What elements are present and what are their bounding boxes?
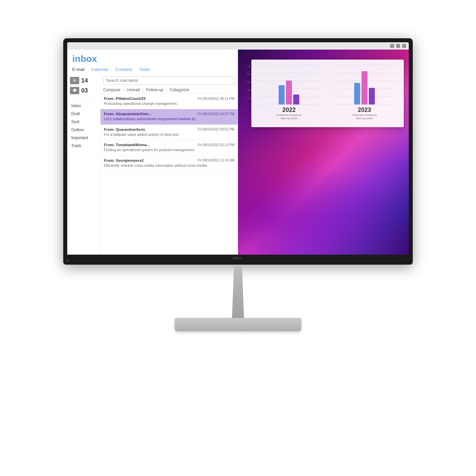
chart-section-2022: 10080604020 2022 Projected occupancyrate… — [256, 65, 322, 120]
message-count: 03 — [81, 87, 88, 94]
message-badge-row: 💬 03 — [70, 87, 98, 94]
sidebar-item-important[interactable]: Important — [70, 134, 98, 141]
sidebar: ✉ 14 💬 03 Inbox Draft Sent Outbox — [67, 74, 101, 261]
close-button[interactable]: × — [402, 44, 406, 48]
separator-3: | — [166, 88, 167, 92]
email-item[interactable]: From: PillaIooCouch23 Fri 09/14/2012 05:… — [101, 94, 238, 109]
chart-overlay: 10080604020 2022 Projected occupancyrate… — [251, 60, 404, 127]
chart-bar — [293, 95, 299, 105]
sidebar-item-outbox[interactable]: Outbox — [70, 126, 98, 133]
email-count: 14 — [81, 77, 88, 84]
email-item[interactable]: From: AbsquatulateOsm... Fri 09/14/2012 … — [101, 109, 238, 124]
title-bar: — □ × — [67, 42, 409, 50]
monitor-body: — □ × inbox E-mail Calendar Contacts Tas… — [63, 38, 413, 265]
chart-section-2023: 2023 Projected occupancyrates by sector — [332, 65, 397, 120]
maximize-button[interactable]: □ — [396, 44, 400, 48]
email-badge-row: ✉ 14 — [70, 77, 98, 84]
wallpaper-side: 10080604020 2022 Projected occupancyrate… — [238, 50, 409, 261]
email-list: From: PillaIooCouch23 Fri 09/14/2012 05:… — [101, 94, 238, 261]
chart-y-labels: 10080604020 — [247, 65, 252, 105]
app-title: inbox — [72, 54, 233, 64]
screen-content: inbox E-mail Calendar Contacts Tasks ✉ — [67, 50, 409, 261]
screen-bezel: — □ × inbox E-mail Calendar Contacts Tas… — [67, 42, 409, 261]
sidebar-item-sent[interactable]: Sent — [70, 119, 98, 125]
monitor: — □ × inbox E-mail Calendar Contacts Tas… — [55, 38, 421, 438]
chart-bar — [354, 83, 360, 105]
minimize-button[interactable]: — — [390, 44, 394, 48]
followup-button[interactable]: Follow-up — [146, 88, 163, 92]
message-icon: 💬 — [70, 87, 79, 94]
separator-2: | — [142, 88, 143, 92]
chart-desc: Projected occupancyrates by sector — [277, 114, 301, 120]
toolbar: Compose | Unread | Follow-up | Categoriz… — [101, 86, 238, 94]
email-body: ✉ 14 💬 03 Inbox Draft Sent Outbox — [67, 74, 238, 261]
unread-button[interactable]: Unread — [126, 88, 139, 92]
chart-bar — [361, 71, 367, 105]
chart-bar — [286, 81, 292, 105]
compose-button[interactable]: Compose — [103, 88, 120, 92]
categorize-button[interactable]: Categorize — [170, 88, 189, 92]
email-item[interactable]: From: Georgiemyers2 Fri 09/14/2012 11:41… — [101, 156, 238, 171]
chart-area: 10080604020 2022 Projected occupancyrate… — [256, 65, 397, 120]
sidebar-item-inbox[interactable]: Inbox — [70, 103, 98, 109]
email-item[interactable]: From: QuarantineXeric Fri 09/14/2012 03:… — [101, 125, 238, 140]
separator-1: | — [123, 88, 124, 92]
nav-calendar[interactable]: Calendar — [91, 67, 109, 72]
sidebar-divider — [70, 99, 98, 99]
nav-tasks[interactable]: Tasks — [139, 67, 150, 72]
search-input[interactable] — [103, 76, 235, 85]
bottom-bezel: DELL — [67, 255, 409, 261]
chart-bar — [279, 85, 285, 105]
nav-email[interactable]: E-mail — [72, 67, 85, 72]
email-nav: E-mail Calendar Contacts Tasks — [72, 67, 233, 72]
chart-bar — [369, 88, 375, 105]
monitor-stand-base — [175, 318, 301, 331]
chart-year-label: 2023 — [358, 107, 371, 114]
email-main-panel: Compose | Unread | Follow-up | Categoriz… — [101, 74, 238, 261]
sidebar-item-trash[interactable]: Trash — [70, 142, 98, 149]
chart-bars: 10080604020 — [256, 65, 322, 105]
nav-contacts[interactable]: Contacts — [116, 67, 132, 72]
email-app: inbox E-mail Calendar Contacts Tasks ✉ — [67, 50, 238, 261]
email-icon: ✉ — [70, 77, 79, 84]
email-header: inbox E-mail Calendar Contacts Tasks — [67, 50, 238, 74]
sidebar-item-draft[interactable]: Draft — [70, 111, 98, 117]
monitor-stand-neck — [228, 265, 248, 318]
chart-bars — [332, 65, 397, 105]
chart-year-label: 2022 — [282, 107, 296, 114]
dell-logo: DELL — [233, 256, 243, 260]
email-item[interactable]: From: TomahawkWoma... Fri 09/14/2012 02:… — [101, 140, 238, 155]
chart-desc: Projected occupancyrates by sector — [352, 114, 377, 120]
